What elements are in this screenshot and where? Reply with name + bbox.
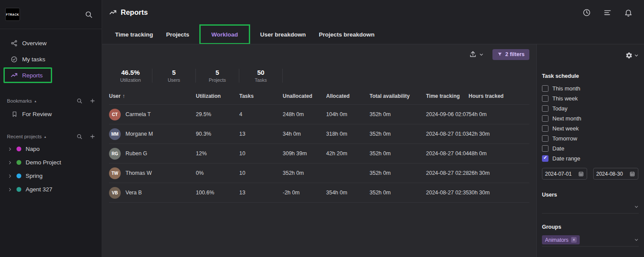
checkbox-label: Next week [552, 125, 579, 132]
column-header-total-availability[interactable]: Total availability [370, 90, 426, 105]
table-row[interactable]: TWThomas W 0% 10 352h 0m 352h 0m 2024-08… [109, 164, 529, 183]
project-item-demo-project[interactable]: Demo Project [0, 156, 102, 169]
projects-search-icon[interactable] [76, 134, 83, 140]
cell-tasks: 4 [239, 105, 283, 124]
chevron-right-icon[interactable] [8, 187, 12, 192]
filters-button[interactable]: 2 filters [492, 49, 529, 60]
app-root: FTRACK Overview My tasks [0, 0, 644, 257]
export-button[interactable] [469, 50, 484, 58]
project-item-napo[interactable]: Napo [0, 142, 102, 156]
avatar: MM [109, 128, 121, 140]
checkbox-icon[interactable] [542, 115, 548, 122]
users-dropdown[interactable] [542, 200, 639, 214]
topbar-icons [582, 8, 633, 17]
checkbox-icon[interactable] [542, 155, 548, 162]
date-from-input[interactable]: 2024-07-01 [542, 168, 587, 180]
sidebar: FTRACK Overview My tasks [0, 0, 102, 257]
tab-workload[interactable]: Workload [205, 25, 244, 44]
avatar: RG [109, 148, 121, 160]
table-row[interactable]: MMMorgane M 90.3% 13 34h 0m 318h 0m 352h… [109, 124, 529, 144]
groups-dropdown[interactable]: Animators × [542, 234, 639, 247]
filter-option-this-week[interactable]: This week [542, 93, 639, 103]
collapse-icon[interactable]: ▴ [44, 135, 46, 139]
stat-projects: 5 Projects [196, 69, 239, 83]
chevron-right-icon[interactable] [8, 174, 12, 178]
notifications-bell-icon[interactable] [624, 8, 633, 17]
filters-label: 2 filters [505, 51, 525, 57]
cell-total-availability: 352h 0m [370, 124, 426, 144]
sort-asc-icon[interactable]: ↑ [122, 93, 125, 99]
column-header-allocated[interactable]: Allocated [326, 90, 370, 105]
ftrack-logo[interactable]: FTRACK [5, 8, 20, 21]
column-header-tasks[interactable]: Tasks [239, 90, 283, 105]
sidebar-item-overview[interactable]: Overview [0, 35, 102, 51]
table-row[interactable]: RGRuben G 12% 10 309h 39m 42h 20m 352h 0… [109, 144, 529, 164]
chevron-right-icon[interactable] [8, 147, 12, 151]
checkbox-icon[interactable] [542, 145, 548, 152]
column-header-time-tracking[interactable]: Time tracking [426, 90, 469, 105]
bookmarks-search-icon[interactable] [76, 98, 83, 104]
checkbox-label: Today [552, 105, 568, 112]
bookmarks-header[interactable]: Bookmarks ▴ [0, 95, 102, 107]
bookmarks-add-icon[interactable] [89, 98, 96, 104]
tab-user-breakdown[interactable]: User breakdown [254, 25, 312, 44]
table-row[interactable]: VBVera B 100.6% 13 -2h 0m 354h 0m 352h 0… [109, 183, 529, 203]
chevron-down-icon[interactable] [634, 237, 639, 242]
project-item-agent-327[interactable]: Agent 327 [0, 183, 102, 196]
search-icon[interactable] [85, 10, 93, 19]
filter-option-date-range[interactable]: Date range [542, 154, 639, 164]
tab-projects[interactable]: Projects [160, 25, 196, 44]
remove-chip-icon[interactable]: × [571, 237, 577, 243]
chevron-right-icon[interactable] [8, 160, 12, 165]
sidebar-item-reports[interactable]: Reports [5, 69, 51, 82]
stat-label: Projects [200, 77, 234, 83]
column-header-hours-tracked[interactable]: Hours tracked [469, 90, 529, 105]
filter-option-today[interactable]: Today [542, 103, 639, 113]
cell-utilization: 29.5% [196, 105, 239, 124]
annotation-workload-highlight: Workload [199, 24, 250, 44]
filter-option-next-month[interactable]: Next month [542, 113, 639, 123]
settings-gear-icon[interactable] [625, 52, 633, 59]
calendar-icon[interactable] [578, 171, 584, 177]
filter-option-this-month[interactable]: This month [542, 83, 639, 93]
project-label: Agent 327 [26, 186, 53, 193]
tab-time-tracking[interactable]: Time tracking [109, 25, 160, 44]
date-from-value: 2024-07-01 [545, 171, 571, 177]
checkbox-icon[interactable] [542, 95, 548, 102]
collapse-icon[interactable]: ▴ [35, 99, 36, 103]
history-clock-icon[interactable] [582, 8, 591, 17]
projects-add-icon[interactable] [89, 134, 96, 140]
sidebar-item-my-tasks[interactable]: My tasks [0, 51, 102, 67]
chevron-down-icon[interactable] [634, 204, 639, 209]
export-icon [469, 50, 477, 58]
column-header-user[interactable]: User↑ [109, 90, 196, 105]
filter-panel: Task schedule This month This week Today… [536, 44, 644, 257]
chip-label: Animators [545, 237, 568, 243]
checkbox-icon[interactable] [542, 125, 548, 132]
checkbox-icon[interactable] [542, 105, 548, 112]
checkbox-icon[interactable] [542, 135, 548, 142]
table-row[interactable]: CTCarmela T 29.5% 4 248h 0m 104h 0m 352h… [109, 105, 529, 124]
filter-option-date[interactable]: Date [542, 144, 639, 154]
stat-value: 5 [157, 69, 191, 77]
column-header-utilization[interactable]: Utilization [196, 90, 239, 105]
cell-hours-tracked: 48h 0m [469, 144, 529, 164]
cell-time-tracking: 2024-08-27 04:04 [426, 144, 469, 164]
recent-projects-header[interactable]: Recent projects ▴ [0, 131, 102, 142]
chevron-down-icon[interactable] [634, 53, 639, 58]
bookmark-item-for-review[interactable]: For Review [0, 107, 102, 121]
column-header-unallocated[interactable]: Unallocated [283, 90, 326, 105]
project-item-spring[interactable]: Spring [0, 169, 102, 183]
filter-option-tomorrow[interactable]: Tomorrow [542, 134, 639, 144]
cell-allocated [326, 164, 370, 183]
tab-projects-breakdown[interactable]: Projects breakdown [312, 25, 381, 44]
date-to-input[interactable]: 2024-08-30 [593, 168, 638, 180]
reports-icon [10, 72, 18, 79]
filter-option-next-week[interactable]: Next week [542, 123, 639, 134]
checkbox-icon[interactable] [542, 85, 548, 92]
activity-list-icon[interactable] [603, 8, 612, 17]
checkbox-label: Next month [552, 115, 581, 122]
calendar-icon[interactable] [629, 171, 635, 177]
report-tabs: Time tracking Projects Workload User bre… [102, 25, 644, 44]
project-color-dot [17, 187, 21, 192]
